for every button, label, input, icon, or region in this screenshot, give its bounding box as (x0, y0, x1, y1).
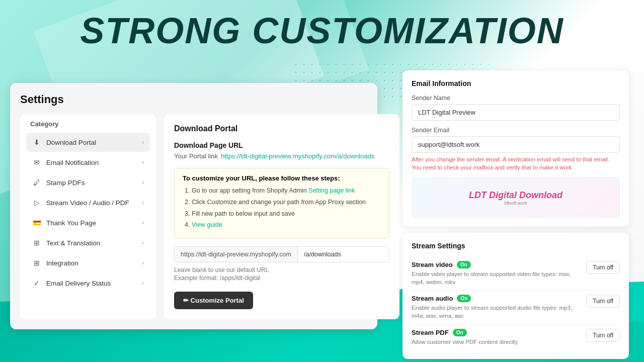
sidebar-label-email-notification: Email Notification (46, 159, 99, 166)
sidebar-item-download-portal[interactable]: ⬇ Download Portal › (26, 133, 150, 152)
main-content: Download Portal Download Page URL Your P… (164, 114, 399, 319)
settings-inner: Category ⬇ Download Portal › ✉ Email Not… (20, 114, 367, 319)
email-notification-icon: ✉ (32, 158, 41, 167)
sender-name-group: Sender Name (412, 95, 620, 121)
chevron-icon: › (142, 199, 144, 206)
sidebar-label-stamp-pdfs: Stamp PDFs (46, 179, 85, 187)
email-preview: LDT Digital Download ldtsoft.work (412, 177, 620, 218)
customize-portal-button[interactable]: ✏ Customize Portal (174, 292, 253, 309)
chevron-icon: › (142, 139, 144, 146)
sidebar-label-stream-video: Stream Video / Audio / PDF (46, 199, 129, 207)
sidebar-label-text-translation: Text & Translation (46, 239, 100, 247)
download-portal-icon: ⬇ (32, 138, 41, 147)
stamp-pdfs-icon: 🖊 (32, 178, 41, 187)
stream-pdf-toggle-button[interactable]: Turn off (586, 329, 620, 342)
portal-link-prefix: Your Portal link (174, 152, 218, 160)
settings-title: Settings (20, 93, 367, 106)
stream-video-icon: ▷ (32, 198, 41, 207)
url-input-wrapper: https://ldt-digital-preview.myshopify.co… (174, 246, 389, 262)
settings-panel: Settings Category ⬇ Download Portal › ✉ … (10, 83, 377, 329)
view-guide-link[interactable]: View guide (192, 221, 222, 228)
sidebar-label-download-portal: Download Portal (46, 139, 96, 146)
stream-audio-desc: Enable audio player to stream supported … (412, 304, 580, 320)
chevron-icon: › (142, 179, 144, 186)
integration-icon: ⊞ (32, 258, 41, 267)
customize-steps: To customize your URL, please follow the… (174, 168, 389, 238)
sidebar-item-stamp-pdfs[interactable]: 🖊 Stamp PDFs › (26, 173, 150, 192)
sidebar-label-thank-you-page: Thank You Page (46, 219, 96, 227)
content-title: Download Portal (174, 124, 389, 133)
stream-video-toggle-button[interactable]: Turn off (586, 261, 620, 274)
portal-link-row: Your Portal link https://ldt-digital-pre… (174, 152, 389, 160)
step-1: Go to our app setting from Shopify Admin… (192, 186, 381, 196)
sidebar-label-email-delivery: Email Delivery Status (46, 280, 111, 287)
url-hint: Leave blank to use our default URL (174, 266, 389, 274)
stream-video-desc: Enable video player to stream supported … (412, 270, 580, 286)
sidebar-label-integration: Integration (46, 259, 78, 267)
hero-title: STRONG CUSTOMIZATION (0, 10, 644, 51)
email-info-card: Email Information Sender Name Sender Ema… (403, 70, 629, 227)
sender-email-input[interactable] (412, 136, 620, 153)
text-translation-icon: ⊞ (32, 238, 41, 247)
stream-pdf-row: Stream PDF On Allow customer view PDF co… (412, 325, 620, 350)
stream-settings-title: Stream Settings (412, 242, 620, 250)
sender-name-label: Sender Name (412, 95, 620, 102)
sender-email-group: Sender Email After you change the sender… (412, 127, 620, 171)
chevron-icon: › (142, 280, 144, 287)
url-input[interactable] (298, 247, 389, 262)
page-url-label: Download Page URL (174, 141, 389, 149)
stream-video-name: Stream video (412, 261, 453, 268)
thank-you-page-icon: 💳 (32, 218, 41, 227)
step-4: View guide (192, 220, 381, 230)
sender-name-input[interactable] (412, 104, 620, 121)
chevron-icon: › (142, 219, 144, 226)
steps-list: Go to our app setting from Shopify Admin… (183, 186, 381, 230)
sidebar: Category ⬇ Download Portal › ✉ Email Not… (20, 114, 156, 319)
sidebar-category-label: Category (26, 120, 150, 128)
sidebar-item-stream-video[interactable]: ▷ Stream Video / Audio / PDF › (26, 193, 150, 212)
customize-heading: To customize your URL, please follow the… (183, 174, 381, 182)
stream-audio-name: Stream audio (412, 295, 453, 302)
stream-video-row: Stream video On Enable video player to s… (412, 257, 620, 291)
email-info-title: Email Information (412, 79, 620, 87)
sidebar-item-thank-you-page[interactable]: 💳 Thank You Page › (26, 213, 150, 232)
url-example: Example format: /apps/ldt-digital (174, 275, 389, 282)
hero-section: STRONG CUSTOMIZATION (0, 10, 644, 51)
email-preview-sub: ldtsoft.work (469, 201, 562, 206)
stream-settings-card: Stream Settings Stream video On Enable v… (403, 233, 629, 358)
sidebar-item-text-translation[interactable]: ⊞ Text & Translation › (26, 233, 150, 252)
stream-pdf-status: On (453, 329, 467, 336)
setting-page-link[interactable]: Setting page link (308, 187, 355, 194)
right-panels: Email Information Sender Name Sender Ema… (403, 70, 629, 359)
customize-btn-label: ✏ Customize Portal (183, 297, 244, 304)
sidebar-item-email-notification[interactable]: ✉ Email Notification › (26, 153, 150, 172)
step-3: Fill new path to below input and save (192, 209, 381, 219)
sidebar-item-email-delivery[interactable]: ✓ Email Delivery Status › (26, 274, 150, 293)
chevron-icon: › (142, 259, 144, 266)
stream-pdf-name: Stream PDF (412, 329, 449, 336)
portal-link[interactable]: https://ldt-digital-preview.myshopify.co… (221, 152, 374, 160)
url-prefix: https://ldt-digital-preview.myshopify.co… (175, 247, 298, 262)
email-warning: After you change the sender email. A ver… (412, 155, 620, 171)
stream-audio-status: On (457, 295, 471, 302)
email-delivery-icon: ✓ (32, 279, 41, 288)
email-preview-title: LDT Digital Download (469, 190, 562, 201)
stream-video-status: On (457, 261, 471, 268)
stream-audio-row: Stream audio On Enable audio player to s… (412, 291, 620, 324)
chevron-icon: › (142, 239, 144, 246)
sidebar-item-integration[interactable]: ⊞ Integration › (26, 253, 150, 273)
step-2: Click Customize and change your path fro… (192, 198, 381, 207)
stream-pdf-desc: Allow customer view PDF content directly (412, 338, 580, 346)
chevron-icon: › (142, 159, 144, 166)
sender-email-label: Sender Email (412, 127, 620, 134)
stream-audio-toggle-button[interactable]: Turn off (586, 295, 620, 308)
